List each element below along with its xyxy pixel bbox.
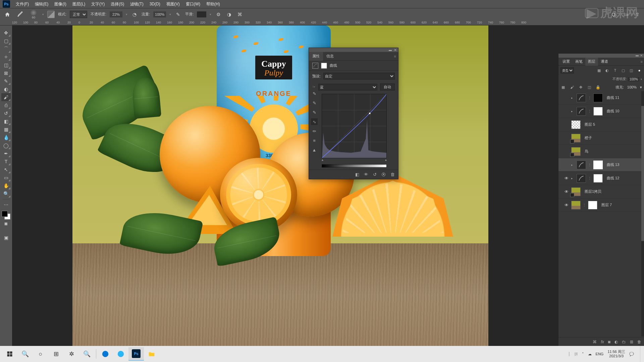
filter-pixel-icon[interactable]: ▦ <box>596 68 602 73</box>
layer-row[interactable]: 橙子 <box>558 131 641 145</box>
layer-row[interactable]: 鸟 <box>558 145 641 158</box>
pen-tool[interactable]: ✒ <box>1 149 11 158</box>
path-select-tool[interactable]: ↖ <box>1 166 11 174</box>
menu-window[interactable]: 窗口(W) <box>183 0 203 8</box>
close-icon[interactable]: ✕ <box>640 54 643 58</box>
butterfly-icon[interactable]: ⌘ <box>236 11 244 18</box>
flow-input[interactable] <box>153 11 166 17</box>
filter-type-icon[interactable]: T <box>612 68 618 73</box>
layer-filter-kind[interactable]: 类型 <box>560 67 574 73</box>
layers-list[interactable]: ▸⋮曲线 11▸⋮曲线 10图层 5橙子鸟▸⋮曲线 13👁▸⋮曲线 12👁图层1… <box>558 91 641 337</box>
brush-tool[interactable]: 🖌 <box>1 93 11 101</box>
airbrush-icon[interactable]: ✎ <box>174 11 182 18</box>
lock-all-icon[interactable]: 🔒 <box>595 84 601 90</box>
visibility-toggle[interactable]: 👁 <box>564 176 569 181</box>
curve-edit-icon[interactable]: ∿ <box>311 118 318 125</box>
link-icon[interactable]: ⋮ <box>588 96 591 100</box>
clone-stamp-tool[interactable]: ⎙ <box>1 101 11 109</box>
layer-name[interactable]: 图层 7 <box>601 202 612 207</box>
eyedropper-tool[interactable]: ✎ <box>1 77 11 85</box>
eyedropper-black-icon[interactable]: ✎ <box>311 90 318 97</box>
search-button[interactable]: 🔍 <box>17 347 33 361</box>
layer-name[interactable]: 鸟 <box>585 149 588 154</box>
cortana-button[interactable]: ○ <box>33 347 48 361</box>
channel-select[interactable]: 蓝 <box>318 84 377 90</box>
chevron-down-icon[interactable]: ▾ <box>641 78 642 81</box>
lock-position-icon[interactable]: ✥ <box>578 84 583 90</box>
taskbar-app-edge[interactable] <box>98 347 113 361</box>
curve-draw-icon[interactable]: ✏ <box>311 128 318 134</box>
smart-object-thumbnail[interactable] <box>571 134 581 142</box>
new-adjustment-icon[interactable]: ◐ <box>614 340 618 344</box>
opacity-input[interactable] <box>110 11 122 17</box>
quick-mask-icon[interactable]: ◙ <box>1 220 11 228</box>
layer-mask-thumbnail[interactable] <box>593 174 603 183</box>
panel-menu-icon[interactable]: ≡ <box>394 54 398 58</box>
layer-name[interactable]: 曲线 10 <box>607 109 619 114</box>
output-gradient[interactable] <box>322 164 387 168</box>
mask-icon[interactable] <box>321 63 327 69</box>
chevron-down-icon[interactable]: ▾ <box>210 13 211 16</box>
lasso-tool[interactable]: ⌒ <box>1 45 11 53</box>
tab-info[interactable]: 信息 <box>323 52 337 61</box>
expand-icon[interactable]: ▸ <box>571 177 575 180</box>
tab-channels[interactable]: 通道 <box>598 58 611 66</box>
dodge-tool[interactable]: ◯ <box>1 141 11 149</box>
layer-style-icon[interactable]: fx <box>601 340 604 344</box>
layer-row[interactable]: ▸⋮曲线 11 <box>558 91 641 105</box>
lock-transparency-icon[interactable]: ▦ <box>560 84 566 90</box>
new-layer-icon[interactable]: ⊞ <box>630 340 633 344</box>
layer-row[interactable]: ▸⋮曲线 10 <box>558 105 641 118</box>
blur-tool[interactable]: 💧 <box>1 133 11 141</box>
layer-thumbnail[interactable] <box>571 201 581 209</box>
adjustment-thumbnail[interactable] <box>577 174 586 183</box>
history-brush-tool[interactable]: ↺ <box>1 109 11 117</box>
rectangle-tool[interactable]: ▭ <box>1 174 11 182</box>
tray-onedrive-icon[interactable]: ☁ <box>588 352 592 356</box>
tab-layers[interactable]: 图层 <box>585 58 598 66</box>
color-swatches[interactable] <box>2 211 10 220</box>
chevron-down-icon[interactable]: ▾ <box>126 13 127 16</box>
scrollbar[interactable] <box>641 91 644 337</box>
curves-graph[interactable] <box>322 94 387 158</box>
adjustment-thumbnail[interactable] <box>577 161 586 169</box>
add-mask-icon[interactable]: ◙ <box>608 340 610 344</box>
layer-row[interactable]: 图层 5 <box>558 118 641 131</box>
filter-toggle-icon[interactable]: ● <box>637 68 642 73</box>
toggle-visibility-icon[interactable]: ⦿ <box>381 172 386 177</box>
filter-adjustment-icon[interactable]: ◐ <box>604 68 610 73</box>
type-tool[interactable]: T <box>1 158 11 166</box>
panel-titlebar[interactable]: ▬ ✕ <box>309 48 398 52</box>
layer-thumbnail[interactable] <box>571 120 581 129</box>
link-icon[interactable]: ⋮ <box>588 163 591 167</box>
curve-options-icon[interactable]: ≡ <box>311 137 318 144</box>
tray-notifications-icon[interactable]: 💬 <box>629 352 634 356</box>
layer-mask-thumbnail[interactable] <box>593 94 603 102</box>
keyboard-handle[interactable]: ⎮ <box>568 352 570 356</box>
tool-preset-icon[interactable] <box>15 10 25 19</box>
tablet-pressure-icon[interactable] <box>47 11 55 18</box>
tab-adjustments[interactable]: 设置 <box>560 58 573 66</box>
adjustment-thumbnail[interactable] <box>577 107 586 116</box>
symmetry-icon[interactable]: ◑ <box>225 11 233 18</box>
menu-edit[interactable]: 编辑(E) <box>32 0 51 8</box>
tray-expand-icon[interactable]: ˄ <box>582 352 584 356</box>
layer-row[interactable]: ▸⋮曲线 13 <box>558 158 641 172</box>
new-group-icon[interactable]: 🗀 <box>622 340 626 344</box>
layer-name[interactable]: 曲线 13 <box>607 162 619 167</box>
hand-tool[interactable]: ✋ <box>1 182 11 190</box>
photoshop-logo[interactable]: Ps <box>3 0 10 8</box>
spot-heal-tool[interactable]: ◐ <box>1 85 11 93</box>
preset-select[interactable]: 自定 <box>323 73 395 79</box>
tab-properties[interactable]: 属性 <box>309 52 323 61</box>
frame-tool[interactable]: ⊠ <box>1 69 11 77</box>
expand-icon[interactable]: ▸ <box>571 96 575 100</box>
tray-ime-icon[interactable]: 拼 <box>574 352 578 357</box>
layer-mask-thumbnail[interactable] <box>593 107 603 116</box>
tab-brushes[interactable]: 画笔 <box>573 58 585 66</box>
clip-to-layer-icon[interactable]: ◧ <box>355 172 359 177</box>
collapse-icon[interactable]: ▬ <box>389 48 392 52</box>
layer-mask-thumbnail[interactable] <box>588 201 597 209</box>
brush-size-picker[interactable]: 60 <box>28 10 39 19</box>
lock-artboard-icon[interactable]: ◫ <box>587 84 592 90</box>
